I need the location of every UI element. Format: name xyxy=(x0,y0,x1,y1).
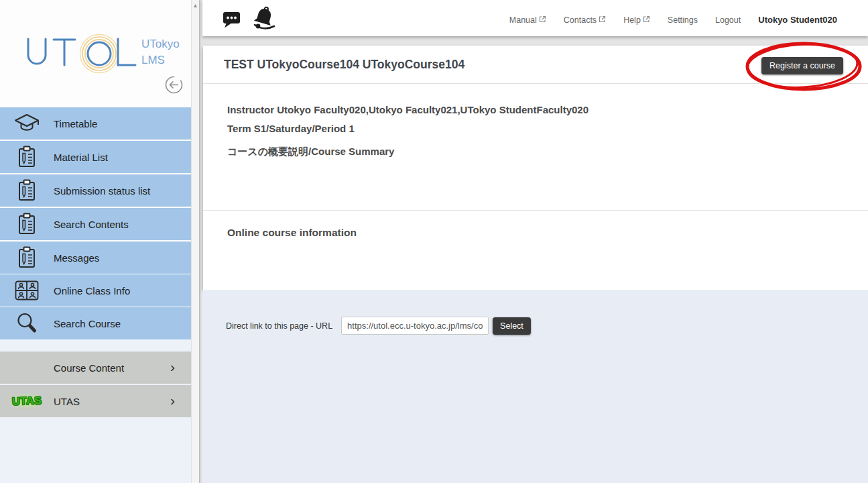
section-divider xyxy=(203,210,868,211)
username-display: Utokyo Student020 xyxy=(758,15,837,25)
sidebar-item-label: Submission status list xyxy=(54,185,150,197)
sidebar-collapse-button[interactable] xyxy=(164,75,184,95)
sidebar-item-label: Search Course xyxy=(54,318,121,329)
sidebar-item-online-class-info[interactable]: Online Class Info xyxy=(0,274,191,307)
bell-icon xyxy=(252,6,276,31)
direct-link-url-input[interactable] xyxy=(341,317,489,335)
svg-text:LMS: LMS xyxy=(141,54,165,66)
contacts-link[interactable]: Contacts xyxy=(564,15,606,25)
chat-bubble-icon xyxy=(223,11,241,28)
chat-messages-button[interactable] xyxy=(223,11,241,31)
utas-logo-icon: UTAS xyxy=(0,392,54,410)
term-line: Term S1/Saturday/Period 1 xyxy=(227,123,844,134)
arrow-left-circle-icon xyxy=(164,75,184,95)
sidebar-item-timetable[interactable]: Timetable xyxy=(0,107,191,140)
manual-link[interactable]: Manual xyxy=(509,15,546,25)
register-course-button[interactable]: Register a course xyxy=(761,57,843,74)
sidebar-item-label: Course Content xyxy=(54,362,124,374)
course-panel: TEST UTokyoCourse104 UTokyoCourse104 Reg… xyxy=(203,46,868,290)
clipboard-icon xyxy=(0,179,54,202)
sidebar-scrollbar[interactable]: ▲ xyxy=(191,0,200,483)
sidebar-item-utas[interactable]: UTAS UTAS › xyxy=(0,385,191,417)
sidebar: UTokyo LMS Timetable xyxy=(0,0,191,483)
direct-link-row: Direct link to this page - URL Select xyxy=(226,317,531,335)
sidebar-item-submission-status-list[interactable]: Submission status list xyxy=(0,174,191,207)
topbar-links: Manual Contacts Help xyxy=(509,15,837,25)
sidebar-item-label: Online Class Info xyxy=(54,285,130,297)
chevron-right-icon: › xyxy=(170,392,175,409)
clipboard-icon xyxy=(0,146,54,168)
scroll-up-arrow-icon[interactable]: ▲ xyxy=(192,3,199,9)
main-area: Manual Contacts Help xyxy=(200,0,868,483)
utol-lms-page: UTokyo LMS Timetable xyxy=(0,0,868,483)
sidebar-item-label: Timetable xyxy=(54,118,97,129)
sidebar-item-label: Search Contents xyxy=(54,219,129,230)
sidebar-item-label: UTAS xyxy=(54,396,80,407)
sidebar-item-messages[interactable]: Messages xyxy=(0,241,191,274)
external-link-icon xyxy=(599,15,606,23)
utol-logo: UTokyo LMS xyxy=(24,28,180,76)
page-footer: Direct link to this page - URL Select xyxy=(202,290,868,483)
select-url-button[interactable]: Select xyxy=(493,317,531,335)
online-course-info-title: Online course information xyxy=(227,227,357,239)
sidebar-item-search-course[interactable]: Search Course xyxy=(0,307,191,339)
help-link[interactable]: Help xyxy=(623,15,650,25)
search-icon xyxy=(0,312,54,335)
sidebar-item-search-contents[interactable]: Search Contents xyxy=(0,208,191,240)
notifications-button[interactable] xyxy=(252,6,276,34)
sidebar-item-label: Material List xyxy=(54,152,108,163)
svg-text:UTokyo: UTokyo xyxy=(141,38,180,50)
clipboard-icon xyxy=(0,246,54,269)
logout-link[interactable]: Logout xyxy=(715,15,741,25)
instructor-line: Instructor Utokyo Faculty020,Utokyo Facu… xyxy=(227,104,844,115)
graduation-cap-icon xyxy=(0,113,54,134)
course-info-section: Instructor Utokyo Faculty020,Utokyo Facu… xyxy=(203,84,868,158)
sidebar-item-material-list[interactable]: Material List xyxy=(0,141,191,173)
settings-link[interactable]: Settings xyxy=(668,15,698,25)
utol-logo-icon: UTokyo LMS xyxy=(24,28,180,76)
topbar: Manual Contacts Help xyxy=(202,0,868,36)
sidebar-item-course-content[interactable]: Course Content › xyxy=(0,352,191,384)
external-link-icon xyxy=(643,15,650,23)
course-summary-line: コースの概要説明/Course Summary xyxy=(227,146,844,158)
direct-link-label: Direct link to this page - URL xyxy=(226,321,332,331)
clipboard-icon xyxy=(0,213,54,235)
online-class-grid-icon xyxy=(0,280,54,301)
chevron-right-icon: › xyxy=(170,359,175,375)
external-link-icon xyxy=(539,15,546,23)
sidebar-item-label: Messages xyxy=(54,252,99,264)
course-panel-header: TEST UTokyoCourse104 UTokyoCourse104 Reg… xyxy=(203,46,868,84)
